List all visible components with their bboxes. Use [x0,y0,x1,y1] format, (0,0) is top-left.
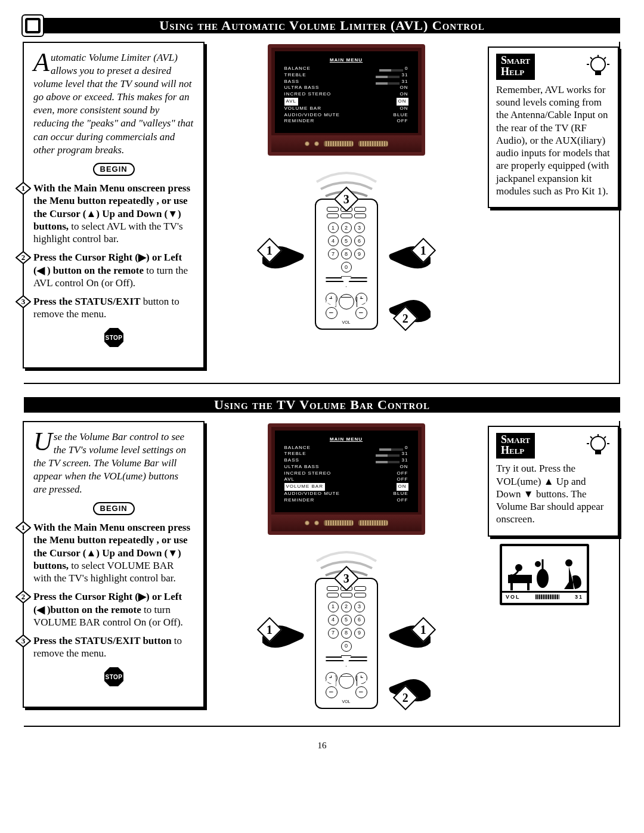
svg-point-36 [535,561,541,567]
begin-badge: BEGIN [93,501,135,515]
tv-icon [21,14,44,37]
remote-control: 123 456 789 0 ++ −− VOL [315,578,378,709]
step-1: 1 With the Main Menu onscreen press the … [33,521,194,584]
svg-rect-31 [510,583,513,590]
step-number-icon: 3 [16,295,31,308]
section-avl: Using the Automatic Volume Limiter (AVL)… [24,18,620,384]
svg-line-14 [604,57,606,59]
stop-badge: STOP [103,666,125,688]
tv-screen: MAIN MENU BALANCE 0TREBLE 31BASS 31ULTRA… [275,431,418,512]
intro-text: Automatic Volume Limiter (AVL) allows yo… [33,51,194,157]
svg-line-13 [590,57,592,59]
svg-text:1: 1 [21,184,26,193]
lightbulb-icon [586,54,611,79]
intro-text: Use the Volume Bar control to see the TV… [33,431,194,496]
menu-row: VOLUME BARON [282,483,411,491]
instruction-panel: Automatic Volume Limiter (AVL) allows yo… [23,42,205,368]
tv-screen: MAIN MENU BALANCE 0TREBLE 31BASS 31ULTRA… [275,51,418,133]
step-number-icon: 2 [16,251,31,264]
tv-illustration: MAIN MENU BALANCE 0TREBLE 31BASS 31ULTRA… [268,44,425,156]
menu-row: REMINDEROFF [282,497,411,504]
menu-row: AUDIO/VIDEO MUTEBLUE [282,491,411,497]
page-number: 16 [24,740,620,751]
step-number-icon: 1 [16,521,31,534]
smart-help-column: SmartHelp Remember, AVL works for sound … [488,42,619,208]
lightbulb-icon [586,433,611,458]
smart-help-body: Remember, AVL works for sound levels com… [496,83,611,197]
section-title: Using the TV Volume Bar Control [24,397,620,413]
menu-row: AUDIO/VIDEO MUTEBLUE [282,112,411,119]
menu-row: INCRED STEREOOFF [282,470,411,477]
menu-row: AVLON [282,98,411,106]
svg-point-8 [591,57,605,72]
dropcap: U [33,431,54,453]
section-title-bar: Using the Automatic Volume Limiter (AVL)… [24,18,620,33]
svg-text:2: 2 [21,592,26,601]
begin-badge: BEGIN [93,162,135,176]
tv-base [271,135,422,152]
section-title: Using the Automatic Volume Limiter (AVL)… [24,17,620,34]
step-number-icon: 2 [16,590,31,603]
step-3: 3 Press the STATUS/EXIT button to remove… [33,634,194,660]
tv-illustration: MAIN MENU BALANCE 0TREBLE 31BASS 31ULTRA… [268,423,425,535]
menu-row: ULTRA BASSON [282,464,411,470]
smart-help-body: Try it out. Press the VOL(ume) ▲ Up and … [496,462,611,525]
smart-help-box: SmartHelp Try it out. Press the VOL(ume)… [488,426,619,537]
illustration-column: MAIN MENU BALANCE 0TREBLE 31BASS 31ULTRA… [212,421,481,711]
menu-row: TREBLE 31 [282,72,411,79]
step-2: 2 Press the Cursor Right (▶) or Left (◀ … [33,590,194,628]
smart-help-column: SmartHelp Try it out. Press the VOL(ume)… [488,421,619,605]
section-volume-bar: Using the TV Volume Bar Control Use the … [24,397,620,727]
stop-badge: STOP [103,327,125,348]
svg-text:STOP: STOP [105,335,122,341]
volume-bar-readout: VOL 31 [502,593,587,603]
menu-title: MAIN MENU [282,57,411,63]
step-2: 2 Press the Cursor Right (▶) or Left (◀ … [33,251,194,289]
svg-text:3: 3 [21,636,26,645]
section-frame: Automatic Volume Limiter (AVL) allows yo… [24,42,620,384]
menu-row: BASS 31 [282,79,411,85]
jazz-scene-icon [502,546,587,593]
instruction-panel: Use the Volume Bar control to see the TV… [23,421,205,708]
step-number-icon: 3 [16,634,31,648]
svg-text:2: 2 [21,253,26,262]
menu-row: VOLUME BARON [282,106,411,112]
remote-illustration: 123 456 789 0 ++ −− VOL [263,550,430,711]
svg-point-34 [537,569,549,588]
remote-illustration: 123 456 789 0 ++ −− VOL [263,171,430,332]
svg-point-37 [565,559,572,566]
menu-row: BALANCE 0 [282,66,411,72]
smart-help-box: SmartHelp Remember, AVL works for sound … [488,47,619,208]
svg-text:STOP: STOP [105,674,122,680]
svg-rect-32 [527,583,530,590]
section-frame: Use the Volume Bar control to see the TV… [24,421,620,727]
smart-help-title: SmartHelp [496,54,535,80]
illustration-column: MAIN MENU BALANCE 0TREBLE 31BASS 31ULTRA… [212,42,481,332]
section-title-bar: Using the TV Volume Bar Control [24,397,620,413]
svg-line-28 [590,436,592,438]
svg-point-23 [591,436,605,451]
tv-base [271,515,422,531]
menu-title: MAIN MENU [282,436,411,442]
menu-row: INCRED STEREOON [282,91,411,98]
step-3: 3 Press the STATUS/EXIT button to remove… [33,295,194,321]
menu-row: TREBLE 31 [282,451,411,457]
svg-rect-24 [595,450,601,454]
menu-row: ULTRA BASSON [282,85,411,91]
svg-text:1: 1 [21,523,26,532]
mini-tv-illustration: VOL 31 [500,544,589,605]
remote-control: 123 456 789 0 ++ −− VOL [315,199,378,330]
smart-help-title: SmartHelp [496,433,535,459]
menu-row: REMINDEROFF [282,118,411,125]
svg-rect-9 [595,70,601,75]
svg-line-29 [604,436,606,438]
step-1: 1 With the Main Menu onscreen press the … [33,182,194,245]
dropcap: A [33,51,51,73]
svg-text:3: 3 [21,297,26,306]
menu-row: AVLOFF [282,476,411,483]
menu-row: BALANCE 0 [282,445,411,451]
menu-row: BASS 31 [282,457,411,464]
step-number-icon: 1 [16,182,31,195]
